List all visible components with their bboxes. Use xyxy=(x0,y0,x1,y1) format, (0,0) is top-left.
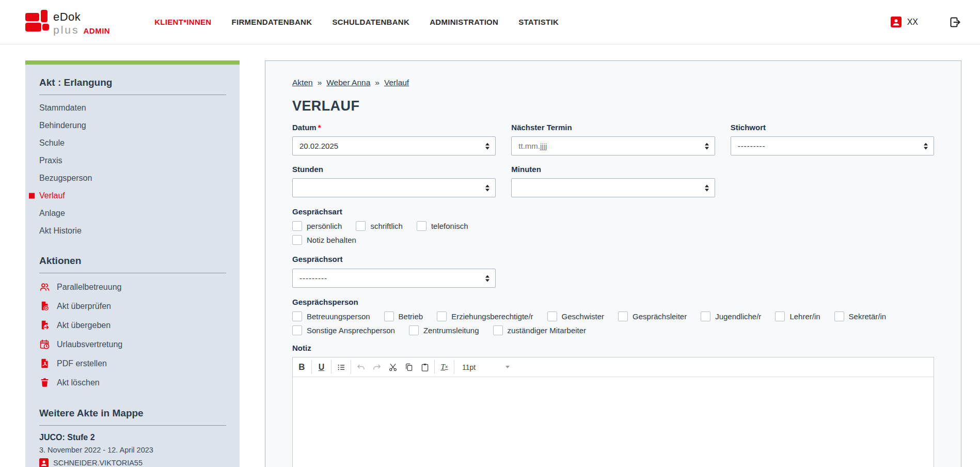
checkbox-schriftlich[interactable]: schriftlich xyxy=(356,221,403,231)
breadcrumb-akten[interactable]: Akten xyxy=(292,78,313,87)
clear-format-button[interactable]: T× xyxy=(436,357,452,377)
checkbox-jugendliche[interactable]: Jugendliche/r xyxy=(701,312,761,321)
sidebar-item-behinderung[interactable]: Behinderung xyxy=(25,117,226,134)
bullet-list-button[interactable] xyxy=(333,357,349,377)
action-urlaubsvertretung[interactable]: Urlaubsvertretung xyxy=(25,335,226,354)
logo-word-edok: eDok xyxy=(53,11,110,23)
checkbox-icon[interactable] xyxy=(292,312,302,321)
checkbox-icon[interactable] xyxy=(417,221,426,231)
checkbox-betrieb[interactable]: Betrieb xyxy=(384,312,423,321)
termin-input-field[interactable] xyxy=(512,137,714,155)
checkbox-betreuungsperson[interactable]: Betreuungsperson xyxy=(292,312,370,321)
top-navigation: KLIENT*INNEN FIRMENDATENBANK SCHULDATENB… xyxy=(154,18,559,26)
checkbox-icon[interactable] xyxy=(292,325,302,335)
mappe-entry[interactable]: JUCO: Stufe 2 3. November 2022 - 12. Apr… xyxy=(39,433,226,467)
datum-label: Datum* xyxy=(292,123,496,132)
page-title: VERLAUF xyxy=(292,98,934,114)
checkbox-icon[interactable] xyxy=(775,312,785,321)
nav-item-statistik[interactable]: STATISTIK xyxy=(518,18,559,26)
checkbox-lehrer[interactable]: Lehrer/in xyxy=(775,312,820,321)
action-parallelbetreuung[interactable]: Parallelbetreuung xyxy=(25,277,226,297)
paste-button[interactable] xyxy=(417,357,433,377)
sidebar-item-akt-historie[interactable]: Akt Historie xyxy=(25,222,226,240)
nav-item-klientinnen[interactable]: KLIENT*INNEN xyxy=(154,18,211,26)
termin-input[interactable] xyxy=(511,136,715,155)
action-akt-loeschen[interactable]: Akt löschen xyxy=(25,373,226,392)
redo-button[interactable] xyxy=(369,357,385,377)
logout-button[interactable] xyxy=(949,16,961,28)
checkbox-notiz-behalten[interactable]: Notiz behalten xyxy=(292,235,561,245)
checkbox-gespraechsleiter[interactable]: Gesprächsleiter xyxy=(618,312,687,321)
gespraechsort-select[interactable]: --------- xyxy=(292,269,496,288)
checkbox-icon[interactable] xyxy=(384,312,394,321)
sidebar-item-anlage[interactable]: Anlage xyxy=(25,205,226,222)
trash-icon xyxy=(39,377,50,388)
person-badge-icon xyxy=(891,17,902,27)
checkbox-icon[interactable] xyxy=(437,312,447,321)
sidebar-accent-bar xyxy=(25,60,240,65)
spinner-arrows-icon[interactable] xyxy=(485,275,489,282)
checkbox-icon[interactable] xyxy=(292,221,302,231)
copy-button[interactable] xyxy=(401,357,417,377)
checkbox-icon[interactable] xyxy=(292,235,302,245)
notiz-text-area[interactable] xyxy=(293,377,934,467)
cut-button[interactable] xyxy=(385,357,401,377)
notiz-editor: B U xyxy=(292,357,934,467)
checkbox-icon[interactable] xyxy=(618,312,628,321)
checkbox-geschwister[interactable]: Geschwister xyxy=(547,312,605,321)
app-header: eDok plus ADMIN KLIENT*INNEN FIRMENDATEN… xyxy=(0,0,980,44)
notiz-label: Notiz xyxy=(292,344,934,352)
mappe-name: JUCO: Stufe 2 xyxy=(39,433,226,442)
stunden-select[interactable] xyxy=(292,178,496,197)
paste-icon xyxy=(420,363,430,372)
datum-input[interactable] xyxy=(292,136,496,155)
logout-icon xyxy=(949,16,961,28)
action-akt-uebergeben[interactable]: Akt übergeben xyxy=(25,316,226,335)
checkbox-zustaendiger-mitarbeiter[interactable]: zuständiger Mitarbeiter xyxy=(493,325,587,335)
checkbox-sekretaer[interactable]: Sekretär/in xyxy=(834,312,887,321)
checkbox-persoenlich[interactable]: persönlich xyxy=(292,221,342,231)
sidebar: Akt : Erlangung Stammdaten Behinderung S… xyxy=(25,60,240,467)
stichwort-select[interactable]: --------- xyxy=(731,136,934,155)
user-menu[interactable]: XX xyxy=(891,17,918,27)
sidebar-mappe-title: Weitere Akte in Mappe xyxy=(39,408,226,426)
bold-button[interactable]: B xyxy=(294,357,310,377)
font-size-dropdown[interactable]: 11pt xyxy=(456,357,516,377)
sidebar-actions: Parallelbetreuung Akt überprüfen xyxy=(25,277,226,392)
spinner-arrows-icon[interactable] xyxy=(485,143,489,149)
nav-item-firmendatenbank[interactable]: FIRMENDATENBANK xyxy=(231,18,312,26)
sidebar-actions-title: Aktionen xyxy=(39,255,226,273)
underline-button[interactable]: U xyxy=(313,357,329,377)
breadcrumb-verlauf[interactable]: Verlauf xyxy=(384,78,409,87)
spinner-arrows-icon[interactable] xyxy=(705,184,709,191)
checkbox-icon[interactable] xyxy=(547,312,557,321)
datum-input-field[interactable] xyxy=(293,137,495,155)
sidebar-item-schule[interactable]: Schule xyxy=(25,134,226,152)
sidebar-item-verlauf[interactable]: Verlauf xyxy=(25,187,226,205)
logo-admin-badge: ADMIN xyxy=(84,27,110,35)
checkbox-icon[interactable] xyxy=(493,325,503,335)
checkbox-sonstige-ansprechperson[interactable]: Sonstige Ansprechperson xyxy=(292,325,395,335)
nav-item-schuldatenbank[interactable]: SCHULDATENBANK xyxy=(332,18,409,26)
spinner-arrows-icon[interactable] xyxy=(705,143,709,149)
sidebar-item-praxis[interactable]: Praxis xyxy=(25,152,226,169)
nav-item-administration[interactable]: ADMINISTRATION xyxy=(430,18,498,26)
checkbox-zentrumsleitung[interactable]: Zentrumsleitung xyxy=(409,325,479,335)
action-pdf-erstellen[interactable]: PDF erstellen xyxy=(25,354,226,373)
sidebar-item-bezugsperson[interactable]: Bezugsperson xyxy=(25,169,226,187)
checkbox-icon[interactable] xyxy=(701,312,710,321)
spinner-arrows-icon[interactable] xyxy=(924,143,928,149)
breadcrumb-separator: » xyxy=(375,78,380,87)
checkbox-telefonisch[interactable]: telefonisch xyxy=(417,221,468,231)
checkbox-icon[interactable] xyxy=(409,325,419,335)
action-akt-ueberpruefen[interactable]: Akt überprüfen xyxy=(25,297,226,316)
spinner-arrows-icon[interactable] xyxy=(485,184,489,191)
breadcrumb-weber-anna[interactable]: Weber Anna xyxy=(326,78,370,87)
pdf-icon xyxy=(39,358,50,369)
checkbox-erziehungsberechtigte[interactable]: Erziehungsberechtigte/r xyxy=(437,312,533,321)
checkbox-icon[interactable] xyxy=(834,312,844,321)
checkbox-icon[interactable] xyxy=(356,221,366,231)
sidebar-item-stammdaten[interactable]: Stammdaten xyxy=(25,99,226,117)
minuten-select[interactable] xyxy=(511,178,715,197)
undo-button[interactable] xyxy=(353,357,369,377)
